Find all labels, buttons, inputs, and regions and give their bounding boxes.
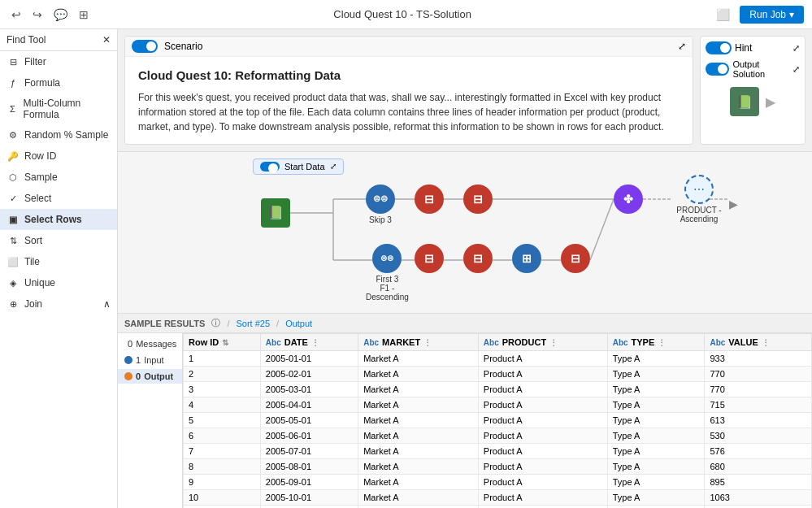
breadcrumb-sort[interactable]: Sort #25 xyxy=(236,319,270,328)
grid-button[interactable]: ⊞ xyxy=(76,7,92,23)
col-type[interactable]: Abc TYPE ⋮ xyxy=(607,334,705,351)
table-cell: 715 xyxy=(705,397,812,413)
blue2-node[interactable]: ⊞ xyxy=(512,244,541,273)
start-data-toggle[interactable] xyxy=(260,162,280,172)
join-collapse-icon[interactable]: ∧ xyxy=(103,298,111,310)
sidebar-item-tile[interactable]: ⬜Tile xyxy=(0,251,117,272)
breadcrumb-sep1: / xyxy=(227,319,229,328)
book-node[interactable]: 📗 xyxy=(261,198,290,228)
table-cell: Market A xyxy=(358,490,479,506)
sidebar-item-select[interactable]: ✓Select xyxy=(0,188,117,209)
red4-node[interactable]: ⊟ xyxy=(463,244,493,273)
start-data-label: Start Data xyxy=(284,162,325,172)
table-cell: 613 xyxy=(705,413,812,428)
scenario-toggle[interactable] xyxy=(132,40,158,53)
tab-messages[interactable]: 0 Messages xyxy=(118,336,182,351)
find-tool-collapse-icon[interactable]: ✕ xyxy=(102,34,111,46)
table-row[interactable]: 52005-05-01Market AProduct AType A613 xyxy=(184,413,812,428)
table-cell: Market A xyxy=(358,428,479,444)
input-tab-number: 1 xyxy=(136,355,141,365)
sidebar-icon-row-id: 🔑 xyxy=(7,150,20,163)
sidebar-item-random-%-sample[interactable]: ⚙Random % Sample xyxy=(0,124,117,145)
output-tab-number: 0 xyxy=(136,371,141,381)
sidebar-label-unique: Unique xyxy=(24,277,55,289)
red5-node[interactable]: ⊟ xyxy=(561,244,590,273)
scenario-panel: Scenario ⤢ Cloud Quest 10: Reformatting … xyxy=(124,36,693,145)
workflow-canvas[interactable]: Start Data ⤢ xyxy=(118,152,812,314)
sidebar-item-multi-column-formula[interactable]: ΣMulti-Column Formula xyxy=(0,93,117,124)
sidebar-item-sample[interactable]: ⬡Sample xyxy=(0,167,117,188)
hint-book-icon[interactable]: 📗 xyxy=(730,87,759,116)
sidebar-item-unique[interactable]: ◈Unique xyxy=(0,272,117,293)
output-solution-expand-icon[interactable]: ⤢ xyxy=(792,64,800,75)
skip3-node[interactable]: ⊜⊜ Skip 3 xyxy=(366,185,395,224)
comment-button[interactable]: 💬 xyxy=(50,7,71,23)
table-row[interactable]: 62005-06-01Market AProduct AType A530 xyxy=(184,428,812,444)
hint-expand-icon[interactable]: ⤢ xyxy=(792,43,800,54)
sidebar-item-filter[interactable]: ⊟Filter xyxy=(0,51,117,72)
topbar: ↩ ↪ 💬 ⊞ Cloud Quest 10 - TS-Solution ⬜ R… xyxy=(0,0,812,29)
results-table: Row ID ⇅ Abc DATE ⋮ Abc MARKET ⋮ Abc PRO… xyxy=(183,333,812,508)
col-value[interactable]: Abc VALUE ⋮ xyxy=(705,334,812,351)
table-cell: 4 xyxy=(184,397,261,413)
table-cell: 2005-08-01 xyxy=(260,459,358,475)
start-data-expand[interactable]: ⤢ xyxy=(330,162,337,171)
run-job-label: Run Job xyxy=(749,9,786,20)
sidebar-item-row-id[interactable]: 🔑Row ID xyxy=(0,145,117,167)
table-row[interactable]: 102005-10-01Market AProduct AType A1063 xyxy=(184,490,812,506)
table-cell: Product A xyxy=(478,397,607,413)
purple-node[interactable]: ✤ xyxy=(614,185,643,214)
sidebar-item-formula[interactable]: ƒFormula xyxy=(0,72,117,93)
tab-input[interactable]: 1 Input xyxy=(118,353,182,367)
messages-tab-label: Messages xyxy=(136,339,176,349)
table-row[interactable]: 42005-04-01Market AProduct AType A715 xyxy=(184,397,812,413)
table-cell: Type A xyxy=(607,382,705,397)
red2-node[interactable]: ⊟ xyxy=(463,185,493,214)
table-cell: 530 xyxy=(705,428,812,444)
results-body: 0 Messages 1 Input 0 Output xyxy=(118,333,812,508)
table-cell: 2005-04-01 xyxy=(260,397,358,413)
col-product[interactable]: Abc PRODUCT ⋮ xyxy=(478,334,607,351)
redo-button[interactable]: ↪ xyxy=(29,7,46,23)
table-cell: Type A xyxy=(607,413,705,428)
hint-play-icon[interactable]: ▶ xyxy=(766,94,775,110)
sort-ascending-node[interactable]: ⋯ PRODUCT - Ascending xyxy=(671,175,727,224)
table-container[interactable]: Row ID ⇅ Abc DATE ⋮ Abc MARKET ⋮ Abc PRO… xyxy=(183,333,812,508)
col-rowid[interactable]: Row ID ⇅ xyxy=(184,334,261,351)
sidebar-label-sample: Sample xyxy=(24,172,58,183)
table-cell: 2005-10-01 xyxy=(260,490,358,506)
table-row[interactable]: 72005-07-01Market AProduct AType A576 xyxy=(184,444,812,459)
table-row[interactable]: 12005-01-01Market AProduct AType A933 xyxy=(184,351,812,367)
table-row[interactable]: 92005-09-01Market AProduct AType A895 xyxy=(184,475,812,490)
table-cell: Type A xyxy=(607,428,705,444)
run-job-button[interactable]: Run Job ▾ xyxy=(740,6,804,24)
table-cell: 2005-05-01 xyxy=(260,413,358,428)
sidebar-item-select-rows[interactable]: ▣Select Rows xyxy=(0,209,117,230)
undo-button[interactable]: ↩ xyxy=(8,7,24,23)
breadcrumb-output[interactable]: Output xyxy=(285,319,312,328)
sidebar-icon-sort: ⇅ xyxy=(7,234,20,247)
table-cell: 2005-11-01 xyxy=(260,506,358,509)
table-row[interactable]: 22005-02-01Market AProduct AType A770 xyxy=(184,367,812,382)
red3-node[interactable]: ⊟ xyxy=(415,244,444,273)
sidebar-item-join[interactable]: ⊕Join∧ xyxy=(0,293,117,315)
sidebar-icon-multi-column-formula: Σ xyxy=(7,102,19,115)
col-date[interactable]: Abc DATE ⋮ xyxy=(260,334,358,351)
table-row[interactable]: 32005-03-01Market AProduct AType A770 xyxy=(184,382,812,397)
table-row[interactable]: 112005-11-01Market AProduct AType A820 xyxy=(184,506,812,509)
table-cell: Market A xyxy=(358,367,479,382)
table-row[interactable]: 82005-08-01Market AProduct AType A680 xyxy=(184,459,812,475)
tab-output[interactable]: 0 Output xyxy=(118,369,182,384)
output-solution-toggle[interactable] xyxy=(706,63,729,76)
table-cell: Product A xyxy=(478,413,607,428)
app-title: Cloud Quest 10 - TS-Solution xyxy=(333,8,471,20)
window-button[interactable]: ⬜ xyxy=(713,7,733,23)
first3-node[interactable]: ⊜⊜ First 3F1 -Descending xyxy=(366,244,409,302)
col-market[interactable]: Abc MARKET ⋮ xyxy=(358,334,479,351)
table-cell: 9 xyxy=(184,475,261,490)
sidebar-item-sort[interactable]: ⇅Sort xyxy=(0,230,117,251)
table-cell: Type A xyxy=(607,397,705,413)
scenario-expand-icon[interactable]: ⤢ xyxy=(678,41,686,52)
hint-toggle[interactable] xyxy=(706,41,732,54)
red1-node[interactable]: ⊟ xyxy=(415,185,444,214)
